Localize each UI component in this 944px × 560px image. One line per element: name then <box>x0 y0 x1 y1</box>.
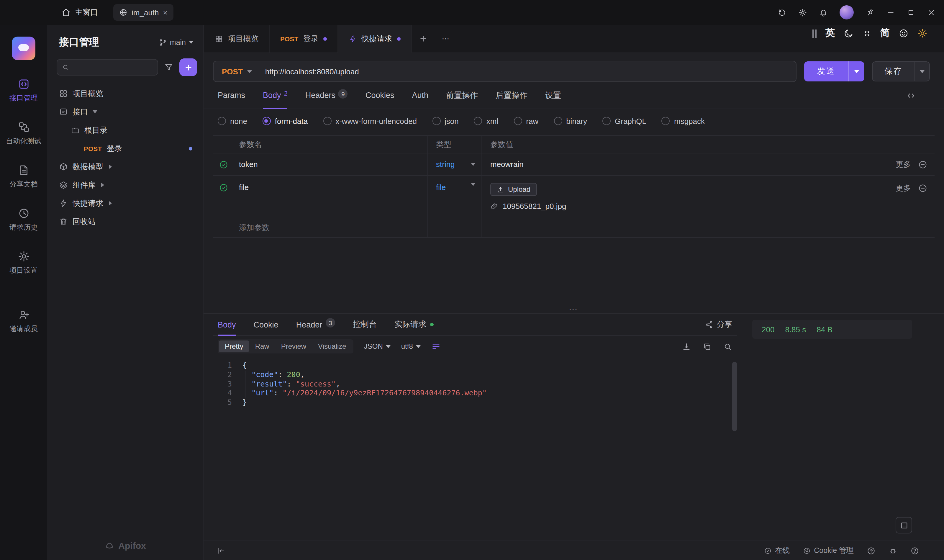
refresh-icon[interactable] <box>778 8 786 17</box>
tree-item-trash[interactable]: 回收站 <box>47 212 203 231</box>
search-box[interactable] <box>57 59 158 75</box>
tree-item-project-overview[interactable]: 项目概览 <box>47 85 203 103</box>
save-button[interactable]: 保存 <box>872 62 930 82</box>
tree-item-data-models[interactable]: 数据模型 <box>47 158 203 176</box>
rail-item-api-management[interactable]: 接口管理 <box>0 78 47 103</box>
tab-cookies[interactable]: Cookies <box>366 82 394 109</box>
more-tabs-button[interactable]: ⋯ <box>435 25 457 52</box>
tree-item-login-api[interactable]: POST 登录 <box>47 139 203 158</box>
window-tab-im-auth[interactable]: im_auth × <box>113 4 174 21</box>
tree-item-root-dir[interactable]: 根目录 <box>47 121 203 139</box>
code-view-icon[interactable] <box>906 91 916 100</box>
tab-login[interactable]: POST 登录 <box>270 25 338 52</box>
tab-params[interactable]: Params <box>218 82 245 109</box>
online-status[interactable]: 在线 <box>764 546 790 555</box>
more-button[interactable]: 更多 <box>896 183 911 194</box>
body-type-json[interactable]: json <box>432 117 459 125</box>
search-input[interactable] <box>73 63 153 71</box>
more-button[interactable]: 更多 <box>896 159 911 170</box>
bug-report-icon[interactable] <box>889 546 897 555</box>
body-type-raw[interactable]: raw <box>514 117 538 125</box>
updates-icon[interactable] <box>867 546 876 555</box>
branch-selector[interactable]: main <box>159 38 194 46</box>
copy-icon[interactable] <box>703 342 712 351</box>
tab-auth[interactable]: Auth <box>412 82 428 109</box>
response-body-editor[interactable]: 1{2 "code": 200,3 "result": "success",4 … <box>213 360 737 540</box>
mode-raw[interactable]: Raw <box>249 340 275 352</box>
mode-preview[interactable]: Preview <box>275 340 312 352</box>
tree-item-quick-request[interactable]: 快捷请求 <box>47 194 203 212</box>
tree-item-api-group[interactable]: 接口 <box>47 103 203 121</box>
remove-row-icon[interactable] <box>918 183 927 193</box>
tab-project-overview[interactable]: 项目概览 <box>203 25 270 52</box>
filter-funnel-icon[interactable] <box>164 63 174 72</box>
attached-file[interactable]: 109565821_p0.jpg <box>490 202 566 211</box>
format-dropdown[interactable]: JSON <box>364 342 391 351</box>
new-tab-button[interactable] <box>412 25 435 52</box>
rail-item-share-docs[interactable]: 分享文档 <box>0 164 47 189</box>
ime-language-toggle[interactable]: 英 <box>826 27 835 40</box>
body-type-xml[interactable]: xml <box>474 117 498 125</box>
enabled-check-icon[interactable] <box>219 183 228 192</box>
layout-toggle-button[interactable] <box>896 517 912 534</box>
rail-item-request-history[interactable]: 请求历史 <box>0 207 47 232</box>
tab-response-body[interactable]: Body <box>218 314 236 335</box>
avatar[interactable] <box>839 5 854 20</box>
url-bar[interactable]: POST http://localhost:8080/upload <box>213 61 796 82</box>
bell-icon[interactable] <box>819 8 828 17</box>
tab-actual-request[interactable]: 实际请求 <box>394 314 434 335</box>
add-param-row[interactable]: 添加参数 <box>213 218 935 238</box>
moon-icon[interactable] <box>844 28 854 38</box>
encoding-dropdown[interactable]: utf8 <box>401 342 421 351</box>
tab-headers[interactable]: Headers 9 <box>305 82 348 109</box>
download-icon[interactable] <box>682 342 691 351</box>
rail-item-automated-testing[interactable]: 自动化测试 <box>0 121 47 146</box>
close-icon[interactable] <box>927 8 936 17</box>
enabled-check-icon[interactable] <box>219 160 228 169</box>
help-icon[interactable] <box>910 546 919 555</box>
param-name-input[interactable]: file <box>239 176 427 192</box>
upload-button[interactable]: Upload <box>490 183 537 196</box>
url-input[interactable]: http://localhost:8080/upload <box>265 67 359 76</box>
ime-settings-gear-icon[interactable] <box>918 28 927 38</box>
mode-visualize[interactable]: Visualize <box>312 340 352 352</box>
body-type-form-data[interactable]: form-data <box>263 117 307 125</box>
tab-pre-operations[interactable]: 前置操作 <box>446 82 478 109</box>
tab-settings[interactable]: 设置 <box>545 82 561 109</box>
body-type-none[interactable]: none <box>218 117 247 125</box>
mode-pretty[interactable]: Pretty <box>219 340 249 352</box>
send-options-dropdown[interactable] <box>849 62 864 82</box>
tab-response-cookie[interactable]: Cookie <box>254 314 278 335</box>
tab-close-icon[interactable]: × <box>163 8 168 17</box>
editor-scrollbar[interactable] <box>732 362 737 431</box>
maximize-icon[interactable] <box>907 8 915 17</box>
minimize-icon[interactable] <box>886 8 895 17</box>
panel-resize-handle[interactable]: ⋯ <box>203 306 944 312</box>
rail-item-invite-members[interactable]: 邀请成员 <box>0 309 47 334</box>
ime-simplified-toggle[interactable]: 简 <box>880 27 890 40</box>
collapse-sidebar-icon[interactable] <box>217 546 225 555</box>
smiley-icon[interactable] <box>899 28 909 38</box>
tab-post-operations[interactable]: 后置操作 <box>496 82 527 109</box>
remove-row-icon[interactable] <box>918 160 927 169</box>
main-window-button[interactable]: 主窗口 <box>61 7 98 18</box>
body-type-msgpack[interactable]: msgpack <box>662 117 705 125</box>
cookie-manager-button[interactable]: Cookie 管理 <box>803 546 854 555</box>
param-type-select[interactable]: string <box>427 154 481 175</box>
param-type-select[interactable]: file <box>427 176 481 218</box>
body-type-x-www-form-urlencoded[interactable]: x-www-form-urlencoded <box>323 117 417 125</box>
gear-icon[interactable] <box>798 8 807 17</box>
body-type-binary[interactable]: binary <box>554 117 587 125</box>
method-selector[interactable]: POST <box>222 67 243 76</box>
rail-item-project-settings[interactable]: 项目设置 <box>0 250 47 275</box>
add-button[interactable] <box>179 58 197 76</box>
tab-response-header[interactable]: Header 3 <box>296 314 335 335</box>
tab-body[interactable]: Body 2 <box>263 82 288 109</box>
save-options-dropdown[interactable] <box>915 62 929 81</box>
ime-tools-icon[interactable] <box>863 29 872 38</box>
param-name-input[interactable]: token <box>239 160 427 169</box>
share-button[interactable]: 分享 <box>705 314 732 335</box>
search-icon[interactable] <box>723 342 732 351</box>
ime-drag-handle-icon[interactable] <box>812 29 816 37</box>
tab-console[interactable]: 控制台 <box>353 314 377 335</box>
